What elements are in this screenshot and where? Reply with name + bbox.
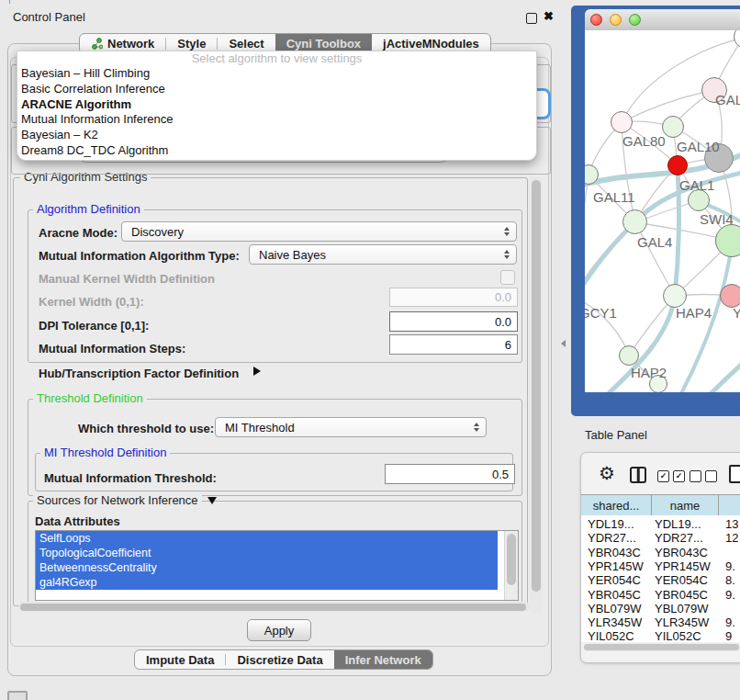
dropdown-item[interactable]: Bayesian – Hill Climbing [17,66,536,82]
sources-disclosure-icon[interactable] [207,497,217,504]
aracne-mode-label: Aracne Mode: [39,226,118,240]
tab-impute-data[interactable]: Impute Data [135,650,225,669]
column-header-name[interactable]: name [652,495,719,515]
table-hscrollbar-thumb[interactable] [584,644,739,650]
close-window-icon[interactable] [590,14,602,26]
table-row[interactable]: YDR27...YDR27...12 [581,531,740,545]
column-header-shared-name[interactable]: shared... [581,495,652,515]
table-mode-icon[interactable] [729,465,740,483]
settings-hscrollbar-thumb[interactable] [20,604,526,611]
table-row[interactable]: YER054CYER054C8. [581,573,740,587]
splitter-collapse-icon[interactable] [561,340,566,347]
unchecked-box-icon [705,470,717,482]
list-scrollbar-thumb[interactable] [507,534,516,585]
dpi-tolerance-field[interactable]: 0.0 [389,311,518,332]
dropdown-item-selected[interactable]: ARACNE Algorithm [17,97,536,113]
network-window-titlebar[interactable] [585,9,740,31]
table-body: YDL19...YDL19...13 YDR27...YDR27...12 YB… [581,515,740,642]
kernel-width-field[interactable]: 0.0 [389,288,518,307]
tab-discretize-data-label: Discretize Data [237,653,322,667]
data-attributes-label: Data Attributes [35,514,120,528]
node-label: SWI4 [700,211,734,227]
algorithm-dropdown-popup: Select algorithm to view settings Bayesi… [17,51,537,161]
list-item-selected[interactable]: TopologicalCoefficient [36,546,498,560]
algorithm-definition-title: Algorithm Definition [33,203,144,216]
unchecked-box-icon [690,470,701,482]
network-node[interactable] [585,164,599,185]
docked-panel-icon[interactable] [7,691,28,700]
which-threshold-value: MI Threshold [225,421,295,435]
network-tab-icon [91,38,103,50]
list-item-selected[interactable]: SelfLoops [36,531,498,546]
dropdown-item[interactable]: Mutual Information Inference [17,112,536,128]
table-header-row: shared... name [581,494,740,516]
node-label: GAL [715,92,740,107]
table-row[interactable]: YBR045CYBR045C9. [581,588,740,602]
deselect-all-checkboxes-icon[interactable] [690,470,717,482]
select-all-checkboxes-icon[interactable]: ✓ ✓ [657,470,685,482]
zoom-window-icon[interactable] [629,14,641,26]
table-row[interactable]: YBL079WYBL079W [581,602,740,615]
node-label: GAL11 [593,189,635,205]
mi-threshold-field[interactable]: 0.5 [385,464,515,484]
split-columns-icon[interactable] [630,467,646,483]
list-item-selected[interactable]: gal4RGexp [36,575,498,590]
tab-discretize-data[interactable]: Discretize Data [226,650,333,669]
network-node[interactable] [734,30,740,49]
tab-network-label: Network [107,37,154,51]
manual-kernel-width-checkbox[interactable] [500,270,515,285]
table-panel-title: Table Panel [585,428,647,442]
dropdown-item[interactable]: Bayesian – K2 [17,128,536,143]
close-panel-icon[interactable]: ✖ [544,9,554,23]
dropdown-placeholder: Select algorithm to view settings [17,51,536,66]
network-node[interactable] [622,209,647,234]
table-row[interactable]: YDL19...YDL19...13 [581,517,740,531]
network-node[interactable] [611,111,633,133]
settings-vscrollbar-thumb[interactable] [532,180,541,592]
mi-steps-label: Mutual Information Steps: [39,342,185,356]
which-threshold-combo[interactable]: MI Threshold [215,417,487,437]
node-label: GAL10 [677,139,720,154]
threshold-definition-title: Threshold Definition [33,392,147,405]
mi-algorithm-type-combo[interactable]: Naive Bayes [249,244,517,265]
aracne-mode-combo[interactable]: Discovery [121,221,517,242]
node-label: HAP4 [676,305,712,321]
settings-hscrollbar-track[interactable] [18,602,530,612]
hub-disclosure-icon[interactable] [253,367,261,376]
node-label: GAL4 [637,234,672,250]
list-scrollbar-track[interactable] [504,531,518,600]
settings-vscrollbar-track[interactable] [530,175,543,614]
dropdown-item[interactable]: Dream8 DC_TDC Algorithm [17,143,536,159]
mi-threshold-label: Mutual Information Threshold: [44,471,217,485]
dropdown-item[interactable]: Basic Correlation Inference [17,82,536,97]
table-row[interactable]: YIL052CYIL052C9 [581,629,740,642]
combo-spinner-icon [504,250,510,259]
dpi-tolerance-label: DPI Tolerance [0,1]: [39,319,149,333]
kernel-width-label: Kernel Width (0,1): [39,295,144,309]
hub-definition-label: Hub/Transcription Factor Definition [39,367,239,380]
float-panel-icon[interactable] [526,13,537,24]
tab-infer-network[interactable]: Infer Network [334,650,432,669]
network-node-selected[interactable] [667,155,688,175]
tab-impute-data-label: Impute Data [146,653,214,667]
mi-algorithm-type-label: Mutual Information Algorithm Type: [39,249,240,263]
checked-box-icon: ✓ [657,470,669,482]
apply-button[interactable]: Apply [247,619,311,641]
checked-box-icon: ✓ [673,470,685,482]
network-canvas[interactable]: GAL GAL80 GAL10 GAL1 GAL11 SWI4 GAL4 GCY… [585,30,740,392]
node-label: Y [733,305,740,321]
mi-threshold-definition-title: MI Threshold Definition [40,446,170,459]
mi-steps-field[interactable]: 6 [389,334,518,355]
gear-icon[interactable]: ⚙ [599,462,615,484]
list-item-selected[interactable]: BetweennessCentrality [36,560,498,575]
network-node[interactable] [715,224,740,257]
network-node[interactable] [619,345,639,366]
table-row[interactable]: YBR043CYBR043C [581,546,740,559]
minimize-window-icon[interactable] [610,14,622,26]
column-header-clipped[interactable] [719,495,740,515]
table-row[interactable]: YPR145WYPR145W9. [581,559,740,573]
table-row[interactable]: YLR345WYLR345W9. [581,615,740,629]
which-threshold-label: Which threshold to use: [78,422,214,435]
table-hscrollbar-track[interactable] [583,643,740,651]
data-attributes-list: SelfLoops TopologicalCoefficient Between… [35,530,519,601]
